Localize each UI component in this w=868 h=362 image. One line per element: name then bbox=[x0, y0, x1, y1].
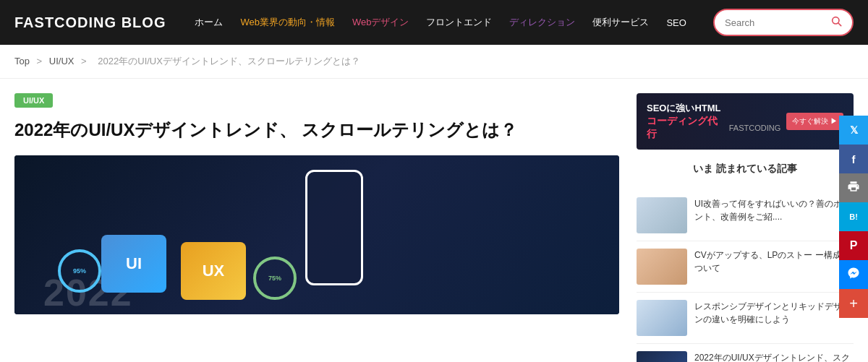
sidebar: SEOに強いHTML コーディング代行 FASTCODING 今すぐ解決 ▶ い… bbox=[637, 93, 854, 362]
social-hatebu-button[interactable]: B! bbox=[839, 202, 868, 231]
ad-brand-label: FASTCODING bbox=[729, 124, 781, 132]
category-badge[interactable]: UI/UX bbox=[14, 93, 53, 108]
ad-action-button[interactable]: 今すぐ解決 ▶ bbox=[786, 113, 843, 130]
ad-left: SEOに強いHTML コーディング代行 FASTCODING bbox=[647, 102, 780, 141]
nav-home[interactable]: ホーム bbox=[195, 16, 223, 29]
nav-web-design[interactable]: Webデザイン bbox=[352, 16, 409, 29]
social-facebook-button[interactable]: f bbox=[839, 145, 868, 173]
article-hero-image: 2022 95% UI UX 75% bbox=[14, 155, 619, 314]
article-title: 2022年のUI/UXデザイントレンド、 スクロールテリングとは？ bbox=[14, 118, 619, 142]
hatebu-icon: B! bbox=[849, 212, 858, 221]
article-thumbnail bbox=[637, 197, 687, 233]
article-text: レスポンシブデザインとリキッドデザインの違いを明確にしよう bbox=[694, 300, 854, 326]
popular-section-title: いま 読まれている記事 bbox=[637, 163, 854, 181]
article-area: UI/UX 2022年のUI/UXデザイントレンド、 スクロールテリングとは？ … bbox=[14, 93, 619, 362]
social-sidebar: 𝕏 f B! P + bbox=[839, 116, 868, 318]
social-messenger-button[interactable] bbox=[839, 260, 868, 289]
nav-web-industry[interactable]: Web業界の動向・情報 bbox=[240, 16, 335, 29]
ui-block: UI bbox=[101, 235, 166, 293]
article-thumbnail bbox=[637, 300, 687, 336]
main-nav: ホーム Web業界の動向・情報 Webデザイン フロントエンド ディレクション … bbox=[195, 16, 692, 29]
breadcrumb: Top > UI/UX > 2022年のUI/UXデザイントレンド、スクロールテ… bbox=[0, 45, 868, 79]
article-thumbnail bbox=[637, 351, 687, 362]
social-plus-button[interactable]: + bbox=[839, 289, 868, 318]
breadcrumb-sep-1: > bbox=[37, 56, 45, 66]
print-icon bbox=[847, 180, 860, 196]
social-print-button[interactable] bbox=[839, 173, 868, 202]
nav-useful[interactable]: 便利サービス bbox=[592, 16, 649, 29]
main-layout: UI/UX 2022年のUI/UXデザイントレンド、 スクロールテリングとは？ … bbox=[0, 79, 868, 362]
nav-direction[interactable]: ディレクション bbox=[509, 16, 575, 29]
list-item[interactable]: レスポンシブデザインとリキッドデザインの違いを明確にしよう bbox=[637, 293, 854, 344]
messenger-icon bbox=[847, 267, 860, 283]
list-item[interactable]: CVがアップする、LPのストー ー構成について bbox=[637, 241, 854, 293]
search-icon bbox=[830, 15, 842, 30]
nav-frontend[interactable]: フロントエンド bbox=[426, 16, 492, 29]
twitter-icon: 𝕏 bbox=[850, 124, 858, 136]
breadcrumb-uiux[interactable]: UI/UX bbox=[49, 56, 75, 66]
header: FASTCODING BLOG ホーム Web業界の動向・情報 Webデザイン … bbox=[0, 0, 868, 45]
article-text: UI改善って何をすればいいの？善のポイント、改善例をご紹.... bbox=[694, 197, 854, 223]
plus-icon: + bbox=[849, 296, 858, 312]
pinterest-icon: P bbox=[850, 239, 858, 252]
facebook-icon: f bbox=[852, 153, 856, 165]
list-item[interactable]: UI改善って何をすればいいの？善のポイント、改善例をご紹.... bbox=[637, 190, 854, 241]
article-text: CVがアップする、LPのストー ー構成について bbox=[694, 249, 854, 275]
search-input[interactable] bbox=[725, 17, 825, 28]
ad-coding-label: コーディング代行 bbox=[647, 115, 725, 141]
breadcrumb-sep-2: > bbox=[81, 56, 89, 66]
ad-seo-label: SEOに強いHTML bbox=[647, 102, 780, 115]
breadcrumb-top[interactable]: Top bbox=[14, 56, 30, 66]
social-twitter-button[interactable]: 𝕏 bbox=[839, 116, 868, 145]
social-pinterest-button[interactable]: P bbox=[839, 231, 868, 260]
article-thumbnail bbox=[637, 249, 687, 285]
svg-line-1 bbox=[838, 23, 841, 26]
nav-seo[interactable]: SEO bbox=[666, 17, 686, 28]
list-item[interactable]: 2022年のUI/UXデザイントレンド、スクロールテリングとは？ bbox=[637, 344, 854, 362]
search-box bbox=[713, 9, 854, 36]
phone-frame-icon bbox=[305, 170, 363, 285]
circle-95: 95% bbox=[58, 249, 101, 293]
popular-list: UI改善って何をすればいいの？善のポイント、改善例をご紹.... CVがアップす… bbox=[637, 190, 854, 362]
circle-75: 75% bbox=[253, 257, 297, 300]
ux-block: UX bbox=[181, 242, 246, 300]
site-logo[interactable]: FASTCODING BLOG bbox=[14, 14, 166, 31]
ad-banner[interactable]: SEOに強いHTML コーディング代行 FASTCODING 今すぐ解決 ▶ bbox=[637, 93, 854, 150]
breadcrumb-current: 2022年のUI/UXデザイントレンド、スクロールテリングとは？ bbox=[98, 56, 360, 66]
article-text: 2022年のUI/UXデザイントレンド、スクロールテリングとは？ bbox=[694, 351, 854, 362]
